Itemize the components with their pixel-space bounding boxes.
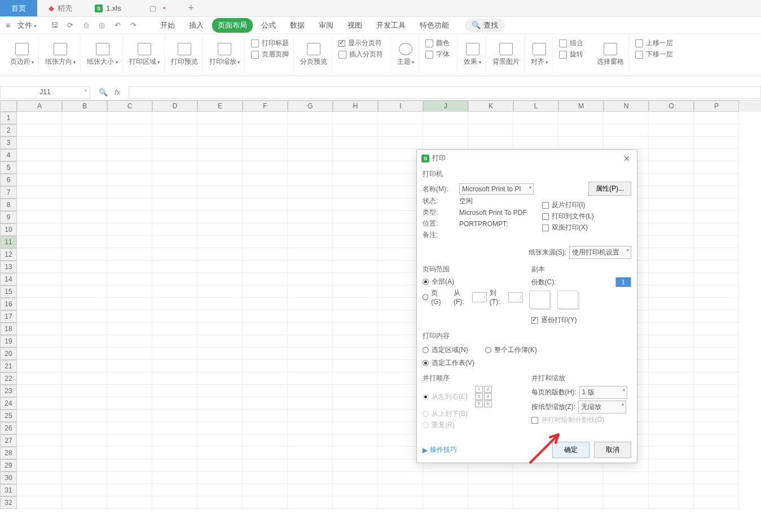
- cell[interactable]: [333, 422, 378, 434]
- cell[interactable]: [333, 236, 378, 248]
- row-header-5[interactable]: 5: [0, 161, 17, 174]
- cell[interactable]: [649, 434, 694, 447]
- cell[interactable]: [649, 161, 694, 174]
- cell[interactable]: [694, 261, 739, 273]
- cell[interactable]: [62, 124, 107, 137]
- cell[interactable]: [197, 174, 243, 186]
- tab-home[interactable]: 首页: [0, 0, 37, 16]
- cell[interactable]: [333, 161, 378, 174]
- cell[interactable]: [288, 174, 333, 186]
- cell[interactable]: [333, 472, 378, 484]
- scale-paper-dropdown[interactable]: 无缩放: [578, 401, 626, 414]
- cell[interactable]: [197, 372, 243, 385]
- cell[interactable]: [243, 348, 288, 360]
- cell[interactable]: [107, 223, 152, 236]
- cell[interactable]: [649, 186, 694, 199]
- cell[interactable]: [107, 348, 152, 360]
- cell[interactable]: [17, 149, 62, 161]
- cell[interactable]: [333, 397, 378, 410]
- cell[interactable]: [513, 124, 558, 137]
- cell[interactable]: [243, 199, 288, 211]
- cell[interactable]: [197, 484, 243, 496]
- cell[interactable]: [288, 285, 333, 298]
- cell[interactable]: [243, 410, 288, 422]
- cell[interactable]: [107, 472, 152, 484]
- selection-radio[interactable]: 选定区域(N): [423, 345, 468, 355]
- cell[interactable]: [694, 335, 739, 348]
- ribbon-margin[interactable]: 页边距: [6, 37, 39, 73]
- cell[interactable]: [197, 261, 243, 273]
- cell[interactable]: [468, 484, 513, 496]
- cell[interactable]: [649, 335, 694, 348]
- cell[interactable]: [288, 459, 333, 472]
- cell[interactable]: [107, 372, 152, 385]
- cell[interactable]: [197, 211, 243, 223]
- cell[interactable]: [333, 484, 378, 496]
- cell[interactable]: [107, 422, 152, 434]
- row-header-13[interactable]: 13: [0, 261, 17, 273]
- cell[interactable]: [152, 434, 197, 447]
- cell[interactable]: [694, 472, 739, 484]
- cell[interactable]: [694, 124, 739, 137]
- cell[interactable]: [107, 211, 152, 223]
- close-icon[interactable]: ✕: [621, 154, 632, 163]
- tab-file[interactable]: S1.xls: [83, 0, 133, 16]
- cell[interactable]: [62, 360, 107, 372]
- cell[interactable]: [243, 434, 288, 447]
- ribbon-tab-special[interactable]: 特色功能: [414, 18, 455, 33]
- row-header-22[interactable]: 22: [0, 372, 17, 385]
- printer-name-dropdown[interactable]: Microsoft Print to PI: [459, 183, 534, 195]
- cell[interactable]: [107, 137, 152, 149]
- cell[interactable]: [694, 447, 739, 459]
- cell[interactable]: [62, 199, 107, 211]
- cell[interactable]: [62, 248, 107, 261]
- cell[interactable]: [197, 472, 243, 484]
- fx-icon[interactable]: fx: [115, 88, 120, 96]
- cell[interactable]: [17, 112, 62, 124]
- cell[interactable]: [107, 496, 152, 509]
- cell[interactable]: [468, 137, 513, 149]
- cell[interactable]: [243, 273, 288, 285]
- cell[interactable]: [197, 248, 243, 261]
- page-radio[interactable]: 页(G) 从(F): 到(T):: [423, 288, 523, 306]
- cell[interactable]: [62, 285, 107, 298]
- cell[interactable]: [694, 323, 739, 335]
- cell[interactable]: [152, 496, 197, 509]
- cell[interactable]: [694, 248, 739, 261]
- ribbon-effect[interactable]: 效果: [459, 37, 486, 73]
- cell[interactable]: [243, 149, 288, 161]
- ribbon-movedown[interactable]: 下移一层: [635, 50, 676, 59]
- row-header-26[interactable]: 26: [0, 422, 17, 434]
- cell[interactable]: [152, 397, 197, 410]
- ribbon-tab-review[interactable]: 审阅: [313, 18, 339, 33]
- ribbon-tab-start[interactable]: 开始: [155, 18, 181, 33]
- col-header-E[interactable]: E: [197, 100, 243, 112]
- cell[interactable]: [694, 161, 739, 174]
- cell[interactable]: [197, 149, 243, 161]
- cell[interactable]: [694, 285, 739, 298]
- preview-icon[interactable]: ◎: [97, 20, 107, 30]
- cell[interactable]: [649, 484, 694, 496]
- cell[interactable]: [62, 372, 107, 385]
- cell[interactable]: [243, 137, 288, 149]
- cell[interactable]: [152, 298, 197, 310]
- cell[interactable]: [107, 310, 152, 323]
- cell[interactable]: [378, 112, 423, 124]
- cell[interactable]: [197, 124, 243, 137]
- cell[interactable]: [604, 112, 649, 124]
- cell[interactable]: [333, 112, 378, 124]
- cell[interactable]: [62, 223, 107, 236]
- col-header-A[interactable]: A: [17, 100, 62, 112]
- cell[interactable]: [152, 484, 197, 496]
- workbook-radio[interactable]: 整个工作簿(K): [485, 345, 537, 355]
- cell[interactable]: [17, 236, 62, 248]
- ribbon-theme[interactable]: 主题: [393, 37, 419, 73]
- cell[interactable]: [649, 472, 694, 484]
- cell[interactable]: [62, 323, 107, 335]
- sheets-radio[interactable]: 选定工作表(V): [423, 358, 631, 368]
- search-fn-icon[interactable]: 🔍: [99, 88, 108, 96]
- cell[interactable]: [17, 248, 62, 261]
- cell[interactable]: [649, 112, 694, 124]
- cell[interactable]: [333, 385, 378, 397]
- cell[interactable]: [288, 199, 333, 211]
